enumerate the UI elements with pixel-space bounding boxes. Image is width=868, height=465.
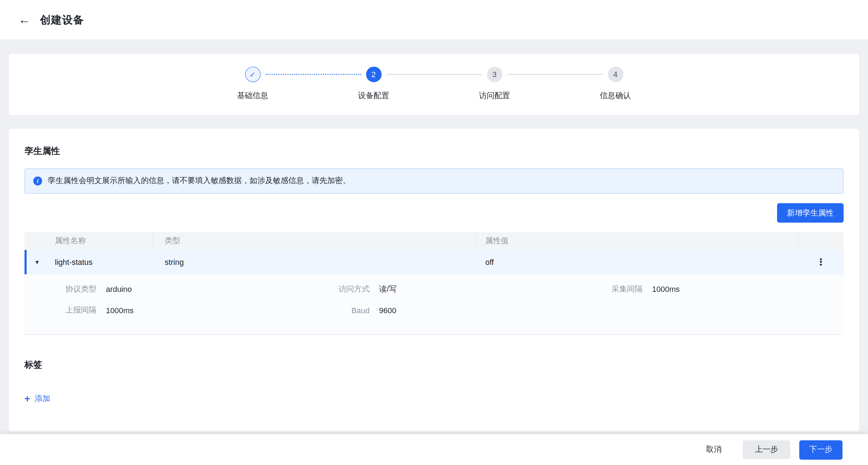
table-header: 属性名称 类型 属性值 bbox=[25, 232, 844, 250]
cancel-button[interactable]: 取消 bbox=[704, 440, 724, 459]
tags-section-title: 标签 bbox=[25, 359, 844, 370]
step-access-config[interactable]: 3 访问配置 bbox=[434, 66, 555, 101]
table-row[interactable]: ▼ light-status string off ⋮ bbox=[25, 250, 844, 274]
page-title: 创建设备 bbox=[40, 12, 84, 27]
step-pending-circle: 3 bbox=[487, 66, 502, 82]
col-header-type: 类型 bbox=[154, 232, 477, 250]
twin-property-table: 属性名称 类型 属性值 ▼ light-status string off bbox=[25, 232, 844, 335]
add-tag-link[interactable]: + 添加 bbox=[25, 394, 50, 403]
detail-protocol-type: 协议类型 arduino bbox=[25, 279, 298, 300]
collapse-row-icon[interactable]: ▼ bbox=[34, 259, 40, 265]
plus-icon: + bbox=[25, 395, 30, 402]
col-header-actions bbox=[799, 232, 843, 250]
next-step-button[interactable]: 下一步 bbox=[799, 440, 842, 460]
check-icon: ✓ bbox=[250, 70, 256, 79]
step-number: 3 bbox=[492, 70, 497, 79]
add-tag-label: 添加 bbox=[35, 394, 50, 403]
property-type: string bbox=[165, 258, 184, 267]
detail-value: 1000ms bbox=[652, 285, 680, 294]
step-confirm-info[interactable]: 4 信息确认 bbox=[555, 66, 676, 101]
detail-access-mode: 访问方式 读/写 bbox=[298, 279, 571, 300]
footer-bar: 取消 上一步 下一步 bbox=[0, 434, 868, 465]
step-label: 设备配置 bbox=[358, 91, 389, 101]
stepper-card: ✓ 基础信息 2 设备配置 3 访问配置 4 信息确认 bbox=[9, 54, 859, 115]
step-label: 信息确认 bbox=[600, 91, 631, 101]
step-done-circle: ✓ bbox=[245, 66, 260, 82]
detail-label: 协议类型 bbox=[25, 284, 97, 294]
detail-baud: Baud 9600 bbox=[298, 300, 571, 321]
top-bar: ← 创建设备 bbox=[0, 0, 868, 39]
create-device-page: ← 创建设备 ✓ 基础信息 2 设备配置 3 访问配置 bbox=[0, 0, 868, 465]
back-arrow-icon[interactable]: ← bbox=[17, 12, 32, 28]
step-number: 2 bbox=[371, 70, 376, 79]
step-active-circle: 2 bbox=[366, 66, 381, 82]
wizard-stepper: ✓ 基础信息 2 设备配置 3 访问配置 4 信息确认 bbox=[9, 66, 859, 101]
step-label: 基础信息 bbox=[237, 91, 268, 101]
step-pending-circle: 4 bbox=[608, 66, 623, 82]
device-config-card: 孪生属性 i 孪生属性会明文展示所输入的信息，请不要填入敏感数据，如涉及敏感信息… bbox=[9, 129, 859, 431]
property-name: light-status bbox=[55, 258, 93, 267]
info-icon: i bbox=[33, 177, 42, 186]
row-actions-icon[interactable]: ⋮ bbox=[816, 256, 826, 268]
twin-alert: i 孪生属性会明文展示所输入的信息，请不要填入敏感数据，如涉及敏感信息，请先加密… bbox=[25, 168, 844, 194]
detail-value: 1000ms bbox=[106, 306, 134, 315]
step-device-config[interactable]: 2 设备配置 bbox=[313, 66, 434, 101]
prev-step-button[interactable]: 上一步 bbox=[743, 440, 790, 459]
alert-text: 孪生属性会明文展示所输入的信息，请不要填入敏感数据，如涉及敏感信息，请先加密。 bbox=[48, 176, 351, 186]
detail-label: 访问方式 bbox=[298, 284, 370, 294]
add-twin-property-button[interactable]: 新增孪生属性 bbox=[777, 203, 843, 223]
table-toolbar: 新增孪生属性 bbox=[25, 203, 844, 223]
step-number: 4 bbox=[613, 70, 618, 79]
detail-label: 上报间隔 bbox=[25, 305, 97, 315]
twin-section-title: 孪生属性 bbox=[25, 145, 844, 156]
detail-label: 采集间隔 bbox=[570, 284, 642, 294]
col-header-value: 属性值 bbox=[477, 232, 799, 250]
detail-collect-interval: 采集间隔 1000ms bbox=[570, 279, 843, 300]
step-label: 访问配置 bbox=[479, 91, 510, 101]
detail-value: 读/写 bbox=[379, 284, 397, 294]
detail-label: Baud bbox=[298, 306, 370, 315]
detail-value: arduino bbox=[106, 285, 132, 294]
step-basic-info[interactable]: ✓ 基础信息 bbox=[192, 66, 313, 101]
detail-value: 9600 bbox=[379, 306, 396, 315]
property-value: off bbox=[485, 258, 494, 267]
row-detail-panel: 协议类型 arduino 访问方式 读/写 采集间隔 1000ms 上报间隔 1… bbox=[25, 274, 844, 335]
detail-report-interval: 上报间隔 1000ms bbox=[25, 300, 298, 321]
col-header-name: 属性名称 bbox=[25, 232, 154, 250]
